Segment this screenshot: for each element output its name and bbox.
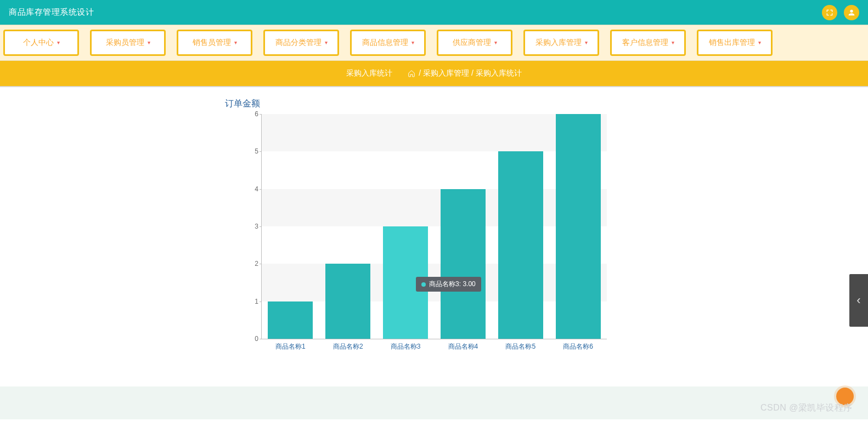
page-footer: CSDN @梁凯毕设程序: [0, 386, 868, 419]
chevron-down-icon: ▾: [494, 39, 497, 45]
chart-bar[interactable]: [556, 114, 601, 339]
expand-icon: [825, 8, 834, 17]
nav-label: 销售员管理: [193, 38, 231, 48]
chevron-down-icon: ▾: [57, 39, 60, 45]
nav-personal[interactable]: 个人中心▾: [3, 30, 79, 56]
header-actions: [822, 5, 859, 20]
y-tick-label: 0: [246, 335, 258, 343]
y-tick-label: 3: [246, 223, 258, 230]
nav-purchase-in[interactable]: 采购入库管理▾: [523, 30, 599, 56]
chart-bar[interactable]: [325, 264, 370, 339]
nav-salesperson[interactable]: 销售员管理▾: [177, 30, 252, 56]
y-tick-label: 5: [246, 147, 258, 155]
breadcrumb[interactable]: / 采购入库管理 / 采购入库统计: [408, 69, 521, 78]
breadcrumb-text: / 采购入库管理 / 采购入库统计: [419, 69, 521, 78]
main-nav: 个人中心▾ 采购员管理▾ 销售员管理▾ 商品分类管理▾ 商品信息管理▾ 供应商管…: [3, 30, 865, 56]
x-tick-label: 商品名称4: [448, 342, 478, 351]
chart-card: 订单金额 商品名称1商品名称2商品名称3商品名称4商品名称5商品名称6 0123…: [223, 90, 645, 372]
chevron-down-icon: ▾: [585, 39, 588, 45]
nav-label: 客户信息管理: [622, 38, 668, 48]
x-tick-label: 商品名称1: [275, 342, 306, 351]
chart-title: 订单金额: [225, 98, 645, 110]
x-tick-label: 商品名称5: [505, 342, 536, 351]
nav-label: 供应商管理: [453, 38, 491, 48]
nav-customer[interactable]: 客户信息管理▾: [610, 30, 686, 56]
bar-slot: 商品名称6: [549, 114, 607, 339]
chart-bar[interactable]: [498, 151, 543, 339]
nav-purchaser[interactable]: 采购员管理▾: [90, 30, 166, 56]
app-header: 商品库存管理系统设计: [0, 0, 868, 25]
bars-container: 商品名称1商品名称2商品名称3商品名称4商品名称5商品名称6: [262, 114, 607, 339]
x-tick-label: 商品名称2: [333, 342, 363, 351]
y-tick-label: 1: [246, 298, 258, 305]
main-nav-wrap: 个人中心▾ 采购员管理▾ 销售员管理▾ 商品分类管理▾ 商品信息管理▾ 供应商管…: [0, 25, 868, 61]
nav-sales-out[interactable]: 销售出库管理▾: [697, 30, 773, 56]
nav-label: 商品分类管理: [275, 38, 322, 48]
home-icon: [408, 70, 415, 77]
fullscreen-button[interactable]: [822, 5, 837, 20]
nav-product-info[interactable]: 商品信息管理▾: [350, 30, 426, 56]
bar-slot: 商品名称1: [262, 114, 319, 339]
chevron-down-icon: ▾: [672, 39, 674, 45]
bar-slot: 商品名称3: [377, 114, 435, 339]
nav-label: 采购员管理: [106, 38, 144, 48]
chevron-down-icon: ▾: [412, 39, 414, 45]
nav-label: 采购入库管理: [536, 38, 582, 48]
app-title: 商品库存管理系统设计: [9, 7, 94, 18]
page-title: 采购入库统计: [346, 69, 392, 78]
side-drawer-tab[interactable]: ‹: [849, 274, 868, 327]
bar-slot: 商品名称4: [434, 114, 492, 339]
user-icon: [847, 8, 856, 17]
chevron-down-icon: ▾: [325, 39, 328, 45]
chart-bar[interactable]: [268, 301, 313, 339]
nav-label: 销售出库管理: [709, 38, 755, 48]
chevron-down-icon: ▾: [234, 39, 237, 45]
watermark-text: CSDN @梁凯毕设程序: [760, 402, 853, 414]
x-tick-label: 商品名称6: [563, 342, 593, 351]
bar-slot: 商品名称2: [319, 114, 377, 339]
y-tick-label: 4: [246, 185, 258, 193]
content-area: 订单金额 商品名称1商品名称2商品名称3商品名称4商品名称5商品名称6 0123…: [0, 90, 868, 386]
chevron-down-icon: ▾: [758, 39, 761, 45]
x-tick-label: 商品名称3: [391, 342, 421, 351]
watermark: CSDN @梁凯毕设程序: [760, 402, 853, 414]
chart-plot: 商品名称1商品名称2商品名称3商品名称4商品名称5商品名称6 0123456 商…: [261, 114, 607, 350]
nav-supplier[interactable]: 供应商管理▾: [437, 30, 512, 56]
bar-slot: 商品名称5: [492, 114, 549, 339]
nav-label: 个人中心: [23, 38, 54, 48]
chart-bar[interactable]: [383, 226, 428, 339]
nav-label: 商品信息管理: [362, 38, 408, 48]
page-subheader: 采购入库统计 / 采购入库管理 / 采购入库统计: [0, 61, 868, 87]
plot-area[interactable]: 商品名称1商品名称2商品名称3商品名称4商品名称5商品名称6 0123456: [261, 114, 607, 339]
nav-category[interactable]: 商品分类管理▾: [263, 30, 339, 56]
y-tick-label: 2: [246, 260, 258, 268]
y-tick-label: 6: [246, 110, 258, 118]
chevron-left-icon: ‹: [856, 293, 860, 308]
chevron-down-icon: ▾: [148, 39, 150, 45]
user-button[interactable]: [844, 5, 859, 20]
chart-bar[interactable]: [441, 189, 486, 339]
